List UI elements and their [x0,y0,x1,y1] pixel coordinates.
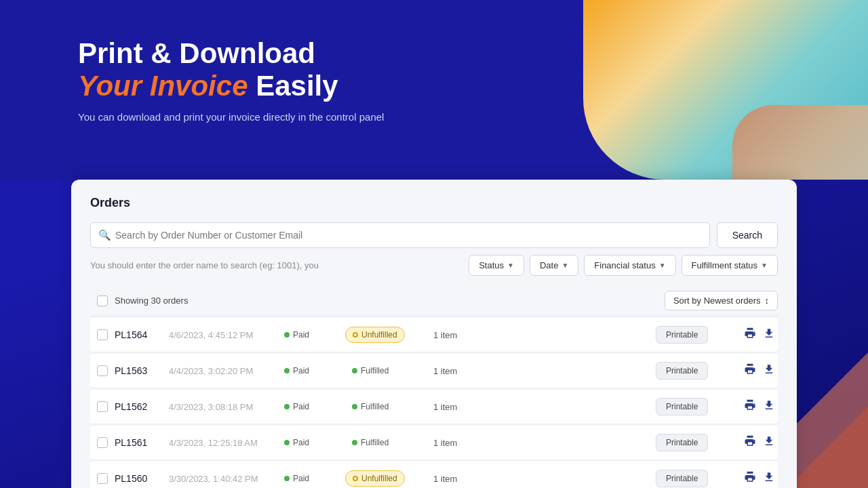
row-checkbox[interactable] [97,365,108,376]
orders-table: PL1564 4/6/2023, 4:45:12 PM Paid Unfulfi… [90,318,778,488]
sort-control[interactable]: Sort by Newest orders ↕ [665,291,778,310]
filter-date-button[interactable]: Date ▼ [530,255,578,276]
row-checkbox-col [90,437,115,448]
select-all-checkbox[interactable] [97,296,108,306]
download-icon[interactable] [763,363,775,378]
chevron-down-icon: ▼ [507,262,514,269]
hero-title-line2: Your Invoice Easily [78,70,868,102]
filter-financial-label: Financial status [594,260,655,270]
order-id: PL1564 [115,329,169,340]
dot-icon [352,440,357,445]
dot-icon [352,368,357,373]
payment-status: Paid [277,435,345,450]
print-icon[interactable] [744,435,756,450]
action-buttons [724,399,778,414]
order-date: 3/30/2023, 1:40:42 PM [169,474,277,484]
table-row: PL1561 4/3/2023, 12:25:18 AM Paid Fulfil… [90,426,778,460]
paid-dot-icon [284,332,290,338]
filter-fulfillment-label: Fulfillment status [692,260,758,270]
fulfillment-status: Fulfilled [345,399,433,414]
hero-title-white: Easily [248,70,338,102]
filter-status-button[interactable]: Status ▼ [469,255,524,276]
printable-button[interactable]: Printable [656,362,708,380]
row-checkbox[interactable] [97,329,108,340]
hero-title-line1: Print & Download [78,37,868,70]
sort-label: Sort by Newest orders [673,296,761,306]
items-count: 1 item [433,474,656,484]
printable-button[interactable]: Printable [656,398,708,415]
filter-fulfillment-button[interactable]: Fulfillment status ▼ [682,255,778,276]
sort-chevron-icon: ↕ [765,296,770,306]
orders-card: Orders 🔍 Search You should enter the ord… [71,180,797,488]
action-buttons [724,435,778,450]
table-header-row: Showing 30 orders Sort by Newest orders … [90,285,778,317]
fulfillment-status: Unfulfilled [345,470,433,487]
filter-status-label: Status [479,260,504,270]
printable-col: Printable [656,470,724,487]
showing-count: Showing 30 orders [115,296,665,306]
row-checkbox[interactable] [97,437,108,448]
row-checkbox-col [90,329,115,340]
paid-dot-icon [284,368,290,373]
printable-button[interactable]: Printable [656,470,708,487]
payment-status: Paid [277,363,345,378]
dot-icon [353,476,358,481]
filter-row: You should enter the order name to searc… [90,255,778,276]
dot-icon [352,404,357,409]
download-icon[interactable] [763,435,775,450]
order-date: 4/3/2023, 3:08:18 PM [169,402,277,412]
hero-subtitle: You can download and print your invoice … [78,111,868,123]
items-count: 1 item [433,402,656,412]
fulfillment-badge: Fulfilled [345,399,395,414]
print-icon[interactable] [744,327,756,342]
row-checkbox-col [90,473,115,484]
chevron-down-icon: ▼ [761,262,768,269]
paid-dot-icon [284,476,290,481]
search-button[interactable]: Search [717,222,778,248]
download-icon[interactable] [763,327,775,342]
triangle-decoration2 [787,407,868,488]
payment-status: Paid [277,399,345,414]
fulfillment-badge: Unfulfilled [345,327,405,343]
payment-status: Paid [277,471,345,486]
table-row: PL1564 4/6/2023, 4:45:12 PM Paid Unfulfi… [90,318,778,352]
action-buttons [724,471,778,486]
filter-buttons: Status ▼ Date ▼ Financial status ▼ Fulfi… [469,255,778,276]
order-date: 4/4/2023, 3:02:20 PM [169,366,277,376]
download-icon[interactable] [763,399,775,414]
order-id: PL1560 [115,473,169,484]
fulfillment-badge: Fulfilled [345,435,395,450]
row-checkbox[interactable] [97,401,108,412]
row-checkbox-col [90,365,115,376]
select-all-checkbox-col [90,296,115,306]
items-count: 1 item [433,438,656,448]
row-checkbox[interactable] [97,473,108,484]
printable-col: Printable [656,362,724,380]
printable-button[interactable]: Printable [656,326,708,344]
hero-section: Print & Download Your Invoice Easily You… [0,0,868,180]
search-hint: You should enter the order name to searc… [90,260,319,270]
print-icon[interactable] [744,471,756,486]
print-icon[interactable] [744,363,756,378]
printable-button[interactable]: Printable [656,434,708,451]
order-date: 4/3/2023, 12:25:18 AM [169,438,277,448]
paid-dot-icon [284,440,290,445]
fulfillment-status: Fulfilled [345,435,433,450]
search-input-wrapper: 🔍 [90,222,710,248]
order-id: PL1562 [115,401,169,412]
filter-financial-button[interactable]: Financial status ▼ [584,255,675,276]
filter-date-label: Date [540,260,558,270]
fulfillment-status: Fulfilled [345,363,433,378]
chevron-down-icon: ▼ [659,262,666,269]
hero-title-orange: Your Invoice [78,70,248,102]
action-buttons [724,363,778,378]
print-icon[interactable] [744,399,756,414]
printable-col: Printable [656,398,724,415]
payment-status: Paid [277,327,345,342]
download-icon[interactable] [763,471,775,486]
search-input[interactable] [90,222,710,248]
printable-col: Printable [656,434,724,451]
search-row: 🔍 Search [90,222,778,248]
paid-dot-icon [284,404,290,409]
fulfillment-badge: Fulfilled [345,363,395,378]
